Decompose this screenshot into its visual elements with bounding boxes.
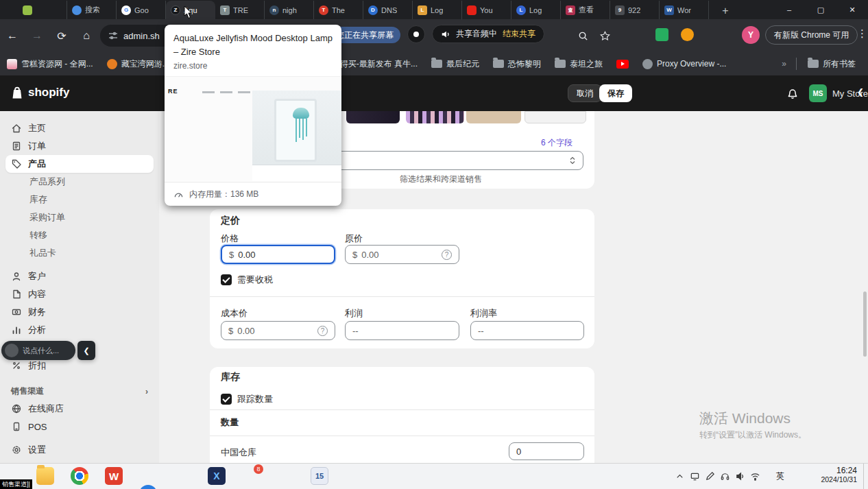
- bookmarks-overflow-icon[interactable]: »: [782, 59, 786, 69]
- notifications-bell-icon[interactable]: [786, 86, 799, 100]
- collapse-chevron-icon[interactable]: ❮: [857, 87, 864, 97]
- tab-label: 查看: [579, 5, 594, 15]
- margin-input[interactable]: --: [470, 321, 584, 340]
- bookmark-cangbaowan[interactable]: 藏宝湾网游...: [107, 58, 169, 70]
- tab-word[interactable]: WWor: [660, 1, 709, 19]
- sidebar-item-content[interactable]: 内容: [5, 285, 154, 303]
- cancel-button[interactable]: 取消: [568, 84, 602, 102]
- bookmark-folder-titanquest[interactable]: 泰坦之旅: [555, 58, 603, 70]
- checkbox-checked-icon[interactable]: [221, 394, 232, 405]
- stop-share-button[interactable]: 结束共享: [503, 28, 535, 40]
- forward-button[interactable]: →: [29, 27, 45, 44]
- quantity-input[interactable]: 0: [509, 442, 584, 460]
- ime-language-indicator[interactable]: 英: [776, 470, 784, 482]
- search-icon[interactable]: [576, 29, 590, 43]
- back-button[interactable]: ←: [4, 27, 21, 44]
- wps-icon[interactable]: [105, 467, 123, 485]
- tab-chakan[interactable]: 查查看: [561, 1, 610, 19]
- tab-log1[interactable]: LLog: [413, 1, 462, 19]
- tab-google[interactable]: GGoo: [117, 1, 166, 19]
- sidebar-item-orders[interactable]: 订单: [5, 137, 154, 155]
- shopify-logo[interactable]: shopify: [10, 84, 69, 101]
- track-quantity-row[interactable]: 跟踪数量: [221, 393, 273, 405]
- window-minimize-button[interactable]: –: [773, 0, 805, 19]
- tray-monitor-icon[interactable]: [687, 471, 702, 481]
- tray-headset-icon[interactable]: [717, 471, 732, 481]
- sidebar-item-settings[interactable]: 设置: [5, 441, 154, 459]
- chrome-icon[interactable]: [71, 467, 88, 485]
- extension-orange-icon[interactable]: [681, 28, 694, 41]
- chrome-update-chip[interactable]: 有新版 Chrome 可用: [765, 25, 858, 45]
- file-explorer-icon[interactable]: [36, 467, 54, 485]
- bookmark-youtube[interactable]: [616, 60, 629, 69]
- show-desktop-button[interactable]: [863, 464, 864, 489]
- tab-youtube[interactable]: You: [462, 1, 511, 19]
- tray-speaker-icon[interactable]: [732, 471, 747, 481]
- help-icon[interactable]: [442, 250, 452, 260]
- sidebar-item-inventory[interactable]: 库存: [5, 191, 154, 208]
- help-icon[interactable]: [317, 326, 328, 336]
- price-input[interactable]: $ 0.00: [221, 245, 335, 264]
- sidebar-item-products[interactable]: 产品: [5, 155, 154, 173]
- tab-tre[interactable]: TTRE: [215, 1, 265, 19]
- bookmark-xuegao[interactable]: 雪糕资源网 - 全网...: [7, 58, 93, 70]
- media-indicator-icon[interactable]: [407, 25, 425, 43]
- charge-tax-row[interactable]: 需要收税: [221, 274, 273, 286]
- sidebar-item-home[interactable]: 主页: [5, 119, 154, 137]
- extension-green-icon[interactable]: [655, 28, 668, 41]
- bookmark-star-icon[interactable]: [598, 29, 612, 43]
- save-button[interactable]: 保存: [599, 84, 632, 102]
- tab-the[interactable]: TThe: [314, 1, 363, 19]
- reload-button[interactable]: ⟳: [53, 27, 70, 44]
- tab-922[interactable]: 9922: [610, 1, 660, 19]
- sidebar-item-finance[interactable]: 财务: [5, 303, 154, 321]
- tab-dns[interactable]: DDNS: [363, 1, 413, 19]
- media-thumbnail[interactable]: [466, 111, 521, 123]
- tab-search[interactable]: 搜索: [67, 1, 117, 19]
- profit-input[interactable]: --: [345, 321, 459, 340]
- fields-link[interactable]: 6 个字段: [541, 137, 572, 149]
- sidebar-label: 客户: [28, 270, 46, 283]
- tab-shopify-admin[interactable]: [18, 1, 67, 19]
- price-label: 价格: [221, 232, 239, 245]
- tray-expand-icon[interactable]: [672, 471, 687, 481]
- sidebar-item-analytics[interactable]: 分析: [5, 321, 154, 339]
- site-settings-icon[interactable]: [108, 31, 118, 40]
- bookmark-all-bookmarks[interactable]: 所有书签: [808, 58, 856, 70]
- sidebar-label: 采购订单: [29, 211, 65, 224]
- tray-network-icon[interactable]: [747, 471, 762, 481]
- sidebar-item-pos[interactable]: POS: [5, 418, 154, 436]
- tab-hover-preview: AquaLuxe Jellyfish Mood Desktop Lamp – Z…: [165, 25, 341, 206]
- profile-avatar[interactable]: Y: [742, 26, 760, 44]
- bookmark-folder-grimdawn[interactable]: 恐怖黎明: [493, 58, 541, 70]
- home-button[interactable]: ⌂: [78, 27, 95, 44]
- sidebar-item-customers[interactable]: 客户: [5, 267, 154, 285]
- page-scrollbar[interactable]: [863, 291, 867, 357]
- chat-collapse-button[interactable]: ❮: [77, 341, 95, 360]
- sidebar-item-transfers[interactable]: 转移: [5, 226, 154, 244]
- tab-log2[interactable]: LLog: [511, 1, 561, 19]
- taskbar-clock[interactable]: 16:24 2024/10/31: [813, 466, 857, 484]
- media-thumbnail[interactable]: [346, 111, 400, 123]
- bookmark-proxy-overview[interactable]: Proxy Overview -...: [642, 59, 726, 69]
- sidebar-item-online-store[interactable]: 在线商店: [5, 400, 154, 418]
- cost-input[interactable]: $ 0.00: [221, 321, 335, 340]
- window-close-button[interactable]: ✕: [836, 0, 868, 19]
- chat-input[interactable]: 说点什么...: [1, 341, 75, 360]
- sidebar-item-collections[interactable]: 产品系列: [5, 173, 154, 191]
- sidebar-item-gift-cards[interactable]: 礼品卡: [5, 244, 154, 262]
- media-thumbnail[interactable]: [406, 111, 464, 123]
- sidebar-item-purchase-orders[interactable]: 采购订单: [5, 208, 154, 226]
- thunder-x-icon[interactable]: [208, 467, 226, 485]
- calendar-app-icon[interactable]: 15: [311, 467, 328, 485]
- media-add-tile[interactable]: [525, 111, 586, 123]
- bookmark-folder-lastepoch[interactable]: 最后纪元: [431, 58, 479, 70]
- compare-price-input[interactable]: $ 0.00: [345, 245, 459, 264]
- checkbox-checked-icon[interactable]: [221, 274, 232, 285]
- window-maximize-button[interactable]: ▢: [805, 0, 836, 19]
- tray-pen-icon[interactable]: [702, 471, 717, 481]
- new-tab-button[interactable]: +: [717, 3, 734, 19]
- tab-nigh[interactable]: nnigh: [265, 1, 314, 19]
- sales-channels-section[interactable]: 销售渠道›: [11, 385, 148, 397]
- browser-menu-icon[interactable]: ⋮: [857, 27, 867, 40]
